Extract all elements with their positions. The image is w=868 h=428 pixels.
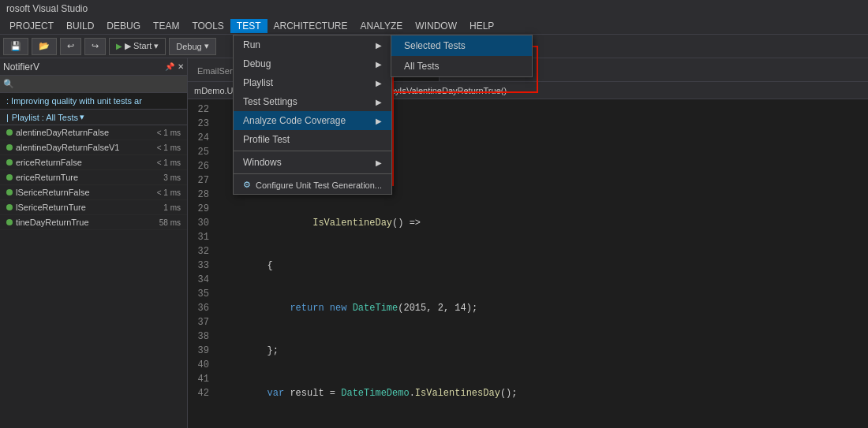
configure-icon: ⚙ (243, 180, 251, 190)
test-menu-windows[interactable]: Windows ▶ (234, 153, 391, 172)
test-menu-separator-2 (234, 173, 391, 174)
code-line-26: return new DateTime(2015, 2, 14); (215, 301, 868, 315)
test-menu-profile[interactable]: Profile Test (234, 130, 391, 149)
test-name: ericeReturnTure (16, 173, 78, 182)
breadcrumb-method: TodayIsValentineDayReturnTrue() (376, 86, 507, 95)
test-time: 3 ms (149, 173, 181, 182)
left-panel-title: NotifierV (3, 61, 39, 73)
sidebar-breadcrumb: : Improving quality with unit tests ar (0, 93, 187, 110)
windows-submenu-arrow: ▶ (376, 158, 382, 167)
close-panel-button[interactable]: ✕ (178, 62, 184, 71)
test-time: 58 ms (149, 218, 181, 227)
selected-tests-label: Selected Tests (404, 40, 466, 51)
menu-team[interactable]: TEAM (147, 19, 185, 33)
test-name: alentineDayReturnFalseV1 (16, 143, 119, 152)
play-icon: ▶ (116, 42, 122, 50)
test-menu-analyze[interactable]: Analyze Code Coverage ▶ (234, 111, 391, 130)
list-item[interactable]: ericeReturnTure 3 ms (0, 170, 187, 185)
code-line-25: { (215, 259, 868, 273)
menu-build[interactable]: BUILD (60, 19, 100, 33)
analyze-submenu[interactable]: Selected Tests All Tests (391, 35, 533, 77)
open-button[interactable]: 📂 (32, 38, 57, 55)
left-panel-header: NotifierV 📌 ✕ (0, 58, 187, 76)
test-menu-configure[interactable]: ⚙ Configure Unit Test Generation... (234, 176, 391, 194)
test-time: < 1 ms (149, 143, 181, 152)
menu-project[interactable]: PROJECT (3, 19, 60, 33)
left-panel: NotifierV 📌 ✕ 🔍 : Improving quality with… (0, 58, 188, 428)
test-menu-debug[interactable]: Debug ▶ (234, 54, 391, 73)
test-menu-separator-1 (234, 151, 391, 151)
test-status-indicator (6, 159, 13, 166)
menu-window[interactable]: WINDOW (409, 19, 463, 33)
playlist-icon: | (6, 113, 9, 122)
title-text: rosoft Visual Studio (6, 3, 88, 14)
menu-tools[interactable]: TOOLS (185, 19, 230, 33)
run-submenu-arrow: ▶ (376, 41, 382, 50)
start-label: ▶ Start (125, 41, 152, 51)
playlist-bar: | Playlist : All Tests ▾ (0, 110, 187, 125)
menu-help[interactable]: HELP (463, 19, 500, 33)
pin-button[interactable]: 📌 (165, 62, 174, 71)
title-bar: rosoft Visual Studio (0, 0, 868, 17)
menu-bar: PROJECT BUILD DEBUG TEAM TOOLS TEST ARCH… (0, 17, 868, 35)
all-tests-label: All Tests (404, 61, 439, 72)
analyze-all-tests[interactable]: All Tests (391, 56, 532, 76)
config-label: Debug (176, 42, 201, 51)
test-time: < 1 ms (149, 158, 181, 167)
test-menu-playlist-label: Playlist (243, 77, 273, 88)
playlist-label: Playlist : All Tests (12, 113, 78, 122)
test-menu-profile-label: Profile Test (243, 134, 290, 145)
test-menu-windows-label: Windows (243, 157, 282, 168)
test-menu[interactable]: Run ▶ Debug ▶ Playlist ▶ Test Settings ▶… (233, 35, 392, 195)
start-dropdown-arrow[interactable]: ▾ (154, 41, 159, 51)
test-status-indicator (6, 144, 13, 151)
menu-analyze[interactable]: ANALYZE (354, 19, 410, 33)
menu-debug[interactable]: DEBUG (100, 19, 147, 33)
search-icon: 🔍 (3, 79, 14, 89)
list-item[interactable]: alentineDayReturnFalseV1 < 1 ms (0, 140, 187, 155)
test-menu-settings[interactable]: Test Settings ▶ (234, 92, 391, 111)
test-time: < 1 ms (149, 128, 181, 137)
playlist-submenu-arrow: ▶ (376, 79, 382, 87)
settings-submenu-arrow: ▶ (376, 98, 382, 106)
config-dropdown[interactable]: Debug ▾ (169, 38, 215, 55)
test-menu-settings-label: Test Settings (243, 96, 297, 107)
test-menu-playlist[interactable]: Playlist ▶ (234, 73, 391, 92)
test-status-indicator (6, 219, 13, 225)
menu-test[interactable]: TEST (230, 19, 268, 33)
start-button[interactable]: ▶ ▶ Start ▾ (109, 38, 166, 55)
redo-button[interactable]: ↪ (84, 38, 106, 55)
test-status-indicator (6, 204, 13, 210)
code-line-24: IsValentineDay() => (215, 216, 868, 230)
line-numbers: 22 23 24 25 26 27 28 29 30 31 32 33 34 3… (188, 99, 215, 428)
test-status-indicator (6, 189, 13, 195)
test-status-indicator (6, 129, 13, 136)
config-arrow: ▾ (204, 41, 209, 51)
analyze-selected-tests[interactable]: Selected Tests (391, 35, 532, 56)
test-menu-analyze-label: Analyze Code Coverage (243, 115, 346, 126)
test-name: alentineDayReturnFalse (16, 128, 109, 137)
undo-button[interactable]: ↩ (60, 38, 81, 55)
list-item[interactable]: alentineDayReturnFalse < 1 ms (0, 125, 187, 140)
test-name: ericeReturnFalse (16, 158, 82, 167)
code-line-28: var result = DateTimeDemo.IsValentinesDa… (215, 386, 868, 400)
test-menu-run-label: Run (243, 39, 260, 50)
menu-architecture[interactable]: ARCHITECTURE (268, 19, 354, 33)
save-button[interactable]: 💾 (3, 38, 28, 55)
test-time: < 1 ms (149, 188, 181, 197)
list-item[interactable]: lSericeReturnTure 1 ms (0, 200, 187, 215)
test-name: lSericeReturnTure (16, 203, 86, 212)
main-layout: NotifierV 📌 ✕ 🔍 : Improving quality with… (0, 58, 868, 428)
playlist-arrow: ▾ (80, 112, 84, 122)
test-name: lSericeReturnFalse (16, 188, 90, 197)
playlist-dropdown[interactable]: Playlist : All Tests ▾ (12, 112, 84, 122)
test-menu-debug-label: Debug (243, 58, 271, 69)
list-item[interactable]: tineDayReturnTrue 58 ms (0, 215, 187, 230)
debug-submenu-arrow: ▶ (376, 60, 382, 69)
code-line-27: }; (215, 344, 868, 358)
test-menu-configure-label: Configure Unit Test Generation... (256, 181, 382, 190)
list-item[interactable]: ericeReturnFalse < 1 ms (0, 155, 187, 170)
test-menu-run[interactable]: Run ▶ (234, 35, 391, 54)
list-item[interactable]: lSericeReturnFalse < 1 ms (0, 185, 187, 200)
search-bar: 🔍 (0, 76, 187, 93)
